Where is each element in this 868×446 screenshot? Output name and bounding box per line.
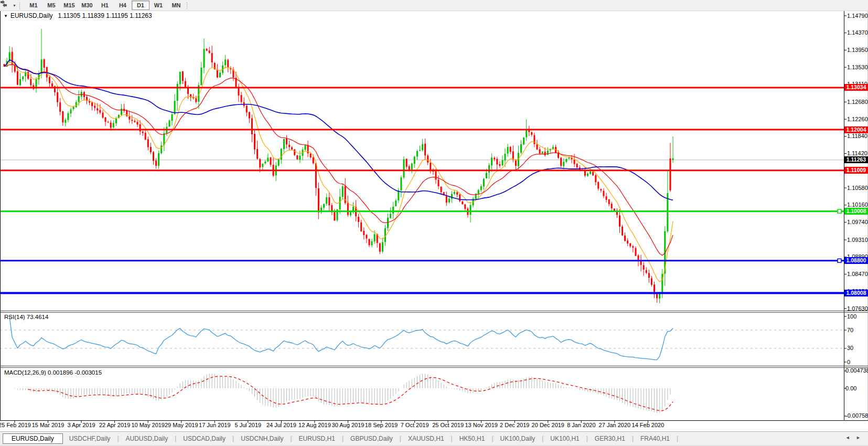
rsi-axis-tick: 70	[847, 327, 853, 333]
rsi-axis-tick: 100	[847, 313, 856, 320]
date-axis-label: 18 Sep 2019	[365, 422, 398, 428]
macd-label: MACD(12,26,9) 0.001896 -0.003015	[4, 369, 102, 376]
hline-price-label[interactable]: 1.10008	[844, 208, 868, 215]
macd-axis-tick: 0.004738	[845, 367, 868, 374]
tab-separator: |	[677, 435, 678, 442]
price-axis-tick: 1.14790	[847, 13, 868, 19]
macd-axis-tick: -0.007584	[845, 412, 868, 419]
rsi-axis-tick: 0	[847, 359, 850, 365]
price-axis-tick: 1.11840	[847, 133, 867, 139]
chart-tab-fra40-h1[interactable]: FRA40,H1	[634, 433, 676, 444]
chart-periods-icon[interactable]	[3, 1, 12, 9]
date-axis-label: 15 Mar 2019	[32, 422, 65, 428]
timeframe-button-M15[interactable]: M15	[60, 1, 78, 10]
date-axis-label: 5 Jul 2019	[234, 422, 261, 428]
timeframe-button-H4[interactable]: H4	[114, 1, 132, 10]
tab-separator: |	[290, 435, 292, 442]
tab-scroll-arrows: ◄ ►	[841, 435, 861, 440]
date-axis-label: 30 Aug 2019	[332, 422, 365, 428]
date-axis-label: 10 May 2019	[131, 422, 165, 428]
price-axis-tick: 1.09310	[847, 237, 868, 243]
chart-tab-uk100-h1[interactable]: UK100,H1	[544, 433, 585, 444]
chart-tab-usdchf-daily[interactable]: USDCHF,Daily	[63, 433, 117, 444]
date-axis-label: 25 Oct 2019	[432, 422, 464, 428]
chart-tab-xauusd-h1[interactable]: XAUUSD,H1	[402, 433, 451, 444]
rsi-axis-tick: 30	[847, 345, 853, 351]
price-axis-tick: 1.08470	[847, 271, 868, 277]
date-axis-label: 14 Feb 2020	[632, 422, 665, 428]
timeframe-button-M5[interactable]: M5	[42, 1, 60, 10]
date-axis-label: 22 Apr 2019	[99, 422, 130, 428]
chart-tab-eurusd-daily[interactable]: EURUSD,Daily	[3, 433, 63, 444]
date-axis-label: 29 May 2019	[165, 422, 198, 428]
price-axis-tick: 1.07630	[847, 305, 868, 312]
timeframe-button-MN[interactable]: MN	[167, 1, 185, 10]
chart-ohlc-values: 1.11305 1.11839 1.11195 1.11263	[58, 12, 152, 19]
tab-separator: |	[175, 435, 176, 442]
timeframe-button-D1[interactable]: D1	[132, 1, 149, 10]
chart-symbol-period: EURUSD,Daily	[10, 12, 53, 19]
application-window: ▼ M1M5M15M30H1H4D1W1MN ▼ EURUSD,Daily 1.…	[0, 0, 868, 446]
chart-dropdown-icon[interactable]: ▼	[4, 14, 8, 18]
chart-tab-eurusd-h1[interactable]: EURUSD,H1	[293, 433, 341, 444]
macd-axis-tick: 0.00	[845, 385, 856, 391]
timeframes-toolbar: ▼ M1M5M15M30H1H4D1W1MN	[0, 0, 868, 11]
timeframe-button-M1[interactable]: M1	[25, 1, 42, 10]
hline-price-label[interactable]: 1.08800	[844, 257, 868, 264]
timeframe-button-W1[interactable]: W1	[149, 1, 167, 10]
date-axis-label: 8 Jan 2020	[567, 422, 595, 428]
price-axis-tick: 1.14370	[847, 29, 868, 36]
price-axis-tick: 1.13950	[847, 47, 868, 53]
chart-title: ▼ EURUSD,Daily 1.11305 1.11839 1.11195 1…	[4, 12, 152, 19]
price-axis-tick: 1.12680	[847, 99, 868, 105]
date-axis-label: 25 Feb 2019	[0, 422, 31, 428]
price-axis-tick: 1.13530	[847, 64, 868, 70]
date-axis-label: 20 Dec 2019	[532, 422, 564, 428]
toolbar-grip	[19, 2, 22, 9]
chart-canvas[interactable]	[0, 0, 868, 446]
date-axis-label: 13 Nov 2019	[465, 422, 497, 428]
price-axis-tick: 1.09740	[847, 219, 868, 225]
current-price-label: 1.11263	[844, 156, 868, 163]
date-axis-label: 27 Jan 2020	[599, 422, 631, 428]
tab-separator: |	[542, 435, 543, 442]
chart-periods-icon-glyph	[0, 0, 7, 7]
hline-price-label[interactable]: 1.08008	[844, 290, 868, 296]
tab-separator: |	[400, 435, 401, 442]
date-axis-label: 17 Jun 2019	[199, 422, 231, 428]
hline-price-label[interactable]: 1.11009	[844, 167, 868, 174]
tab-separator: |	[632, 435, 634, 442]
timeframe-button-H1[interactable]: H1	[96, 1, 114, 10]
tab-separator: |	[491, 435, 493, 442]
date-axis-label: 24 Jul 2019	[266, 422, 296, 428]
chart-tab-hk50-h1[interactable]: HK50,H1	[453, 433, 491, 444]
chevron-down-icon[interactable]: ▼	[13, 4, 16, 7]
timeframe-button-M30[interactable]: M30	[78, 1, 96, 10]
date-axis-label: 7 Oct 2019	[401, 422, 429, 428]
tab-separator: |	[117, 435, 119, 442]
chart-tab-uk100-daily[interactable]: UK100,Daily	[494, 433, 542, 444]
toolbar-grip-end	[187, 2, 189, 9]
price-axis-tick: 1.11420	[847, 150, 867, 156]
hline-price-label[interactable]: 1.12004	[844, 126, 868, 133]
timeframe-buttons: M1M5M15M30H1H4D1W1MN	[25, 1, 185, 10]
price-axis-tick: 1.10160	[847, 201, 868, 208]
tab-separator: |	[342, 435, 344, 442]
chart-tab-gbpusd-daily[interactable]: GBPUSD,Daily	[344, 433, 399, 444]
chart-tab-usdcnh-daily[interactable]: USDCNH,Daily	[234, 433, 290, 444]
date-axis-label: 2 Dec 2019	[500, 422, 529, 428]
chart-tab-ger30-h1[interactable]: GER30,H1	[588, 433, 631, 444]
date-axis-label: 3 Apr 2019	[67, 422, 95, 428]
tab-scroll-left-icon[interactable]: ◄	[845, 435, 850, 440]
tab-separator: |	[586, 435, 588, 442]
chart-tab-audusd-daily[interactable]: AUDUSD,Daily	[120, 433, 175, 444]
chart-tab-usdcad-daily[interactable]: USDCAD,Daily	[177, 433, 232, 444]
date-axis-label: 12 Aug 2019	[298, 422, 331, 428]
tab-scroll-right-icon[interactable]: ►	[856, 435, 861, 440]
price-axis-tick: 1.12260	[847, 116, 868, 122]
price-axis-tick: 1.10580	[847, 185, 868, 191]
rsi-label: RSI(14) 73.4614	[4, 314, 48, 320]
hline-price-label[interactable]: 1.13034	[844, 84, 868, 91]
chart-tab-strip: EURUSD,DailyUSDCHF,Daily|AUDUSD,Daily|US…	[0, 431, 868, 445]
tab-separator: |	[232, 435, 234, 442]
